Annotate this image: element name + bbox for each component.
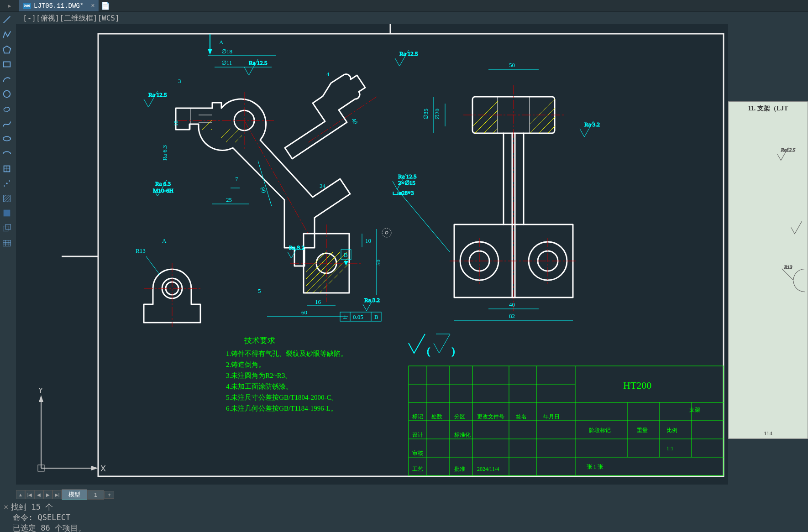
svg-line-0 [4,16,10,23]
hatch-tool[interactable] [0,193,14,205]
layout-nav-up[interactable]: ▲ [16,490,25,499]
svg-text:80: 80 [259,186,268,194]
svg-text:Ra 3.2: Ra 3.2 [364,297,380,303]
svg-text:7: 7 [235,176,238,183]
svg-rect-24 [98,34,724,476]
drawing-viewport[interactable]: A [16,24,728,485]
svg-text:): ) [452,346,455,356]
svg-text:6.未注几何公差按GB/T1184-1996-L。: 6.未注几何公差按GB/T1184-1996-L。 [226,405,337,412]
svg-text:Ra 12.5: Ra 12.5 [249,59,267,66]
cmd-history-3: 已选定 86 个项目。 [13,523,86,532]
svg-text:HT200: HT200 [623,380,651,391]
svg-line-110 [525,101,561,138]
svg-text:B: B [344,251,348,258]
close-icon[interactable]: × [4,502,8,511]
svg-line-12 [4,195,6,198]
tab-bar: ▸ DWG LJT05.11.DWG* × 📄 [0,0,808,12]
cmd-history-1: 找到 15 个 [11,502,53,511]
command-line[interactable]: ×找到 15 个 命令: QSELECT 已选定 86 个项目。 [0,500,808,532]
svg-text:3: 3 [178,78,181,84]
svg-marker-1 [3,46,11,53]
gradient-tool[interactable] [0,207,14,219]
svg-text:分区: 分区 [454,413,465,420]
svg-marker-190 [91,466,98,470]
preview-page-number: 114 [764,430,772,437]
layout-nav-last[interactable]: ▶| [52,490,62,499]
viewport-controls[interactable]: [-][俯视][二维线框][WCS] [23,14,120,23]
layout-nav-next[interactable]: ▶ [43,490,52,499]
cmd-history-2: 命令: QSELECT [13,513,70,522]
revcloud-tool[interactable] [0,103,14,115]
svg-text:Ra 12.5: Ra 12.5 [148,91,167,98]
table-tool[interactable] [0,237,14,249]
svg-text:2.铸造倒角。: 2.铸造倒角。 [226,361,265,368]
svg-text:4.未加工面涂防锈漆。: 4.未加工面涂防锈漆。 [226,383,293,390]
svg-text:Ra 3.2: Ra 3.2 [289,244,304,251]
polyline-tool[interactable] [0,29,14,41]
block-tool[interactable] [0,162,14,175]
model-tab[interactable]: 模型 [62,489,87,501]
layout1-tab[interactable]: 1 [87,490,104,500]
draw-toolbar [0,12,16,249]
svg-text:16: 16 [315,298,321,305]
svg-line-100 [146,256,160,275]
svg-text:设计: 设计 [412,432,423,438]
line-tool[interactable] [0,14,14,26]
rectangle-tool[interactable] [0,58,14,71]
svg-text:审核: 审核 [412,450,423,456]
svg-text:批准: 批准 [454,466,465,472]
svg-text:50: 50 [375,260,382,266]
svg-rect-16 [4,210,10,217]
dwg-icon: DWG [23,3,31,9]
svg-text:50: 50 [509,62,515,68]
svg-text:4: 4 [326,71,330,78]
svg-text:R13: R13 [136,247,146,254]
polygon-tool[interactable] [0,43,14,56]
close-tab-icon[interactable]: × [91,2,94,10]
svg-text:(: ( [427,346,430,356]
point-tool[interactable] [0,177,14,190]
svg-text:R13: R13 [784,264,792,270]
svg-line-113 [534,110,571,147]
svg-marker-192 [39,395,43,402]
svg-text:年月日: 年月日 [543,413,560,420]
svg-text:Ra 12.5: Ra 12.5 [398,173,416,180]
svg-text:签名: 签名 [516,413,527,420]
svg-text:1.铸件不得有气孔、裂纹及砂眼等缺陷。: 1.铸件不得有气孔、裂纹及砂眼等缺陷。 [226,350,347,357]
svg-text:标准化: 标准化 [454,432,471,438]
layout-nav-prev[interactable]: ◀ [34,490,43,499]
svg-text:处数: 处数 [431,413,442,420]
file-tab[interactable]: DWG LJT05.11.DWG* × [19,0,99,11]
spline-tool[interactable] [0,118,14,130]
svg-text:Ra 12.5: Ra 12.5 [399,50,418,57]
svg-rect-2 [4,62,10,67]
svg-point-8 [6,183,8,184]
svg-line-48 [306,252,326,272]
layout-nav-first[interactable]: |◀ [25,490,34,499]
svg-text:Ra 6.3: Ra 6.3 [155,180,171,187]
svg-text:40: 40 [509,301,515,308]
svg-line-50 [320,264,348,293]
svg-text:技术要求: 技术要求 [244,336,275,345]
svg-text:Ra 3.2: Ra 3.2 [584,121,600,128]
circle-tool[interactable] [0,88,14,100]
svg-line-38 [203,115,235,147]
svg-line-54 [258,161,272,206]
svg-text:5: 5 [258,287,261,294]
region-tool[interactable] [0,222,14,235]
svg-text:⊥: ⊥ [342,313,347,320]
svg-text:25: 25 [226,196,232,203]
svg-text:张 1 张: 张 1 张 [587,464,603,470]
ellipse-tool[interactable] [0,133,14,145]
new-tab-button[interactable]: 📄 [99,0,112,11]
svg-text:∅35: ∅35 [422,109,429,120]
svg-text:A: A [162,237,167,244]
add-layout-button[interactable]: + [104,491,114,499]
svg-point-9 [4,185,5,187]
arc-tool[interactable] [0,73,14,86]
ellipse-arc-tool[interactable] [0,148,14,160]
svg-text:10: 10 [365,237,371,244]
svg-marker-28 [208,49,212,55]
svg-line-42 [308,97,377,142]
svg-line-40 [212,124,244,156]
